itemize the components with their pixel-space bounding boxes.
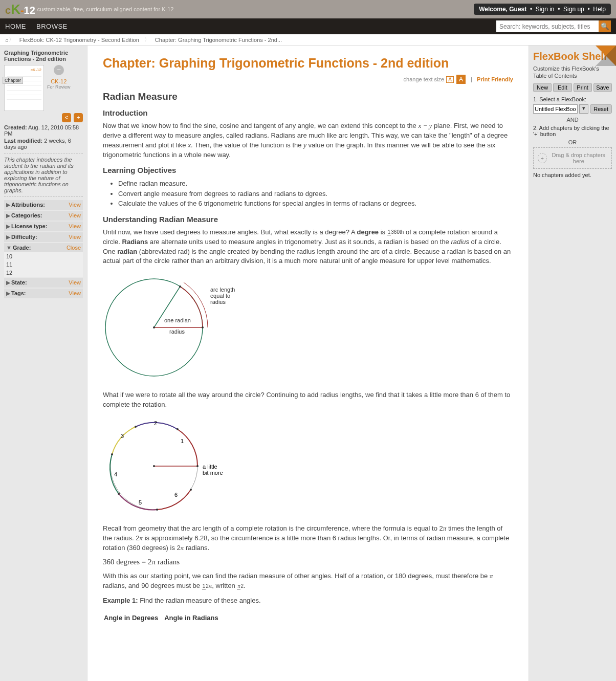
paragraph: Example 1: Find the radian measure of th… [103,596,513,606]
print-button[interactable]: Print [574,83,592,92]
figure-rotation: 1 2 3 4 5 6 a little bit more [103,415,513,519]
empty-message: No chapters added yet. [533,172,612,178]
license-row[interactable]: ▶License type:View [4,222,83,231]
right-sidebar: FlexBook Shelf Customize this FlexBook's… [529,46,616,681]
paragraph: With this as our starting point, we can … [103,572,513,591]
chapter-thumbnail[interactable]: cK-12 Chapter [4,65,44,111]
home-icon[interactable]: ⌂ [5,37,9,43]
logo[interactable]: cK-12 [5,2,35,17]
ck12-label: CK-12 [51,78,67,84]
objectives-list: Define radian measure. Convert angle mea… [118,179,513,209]
svg-point-14 [196,465,199,467]
section-heading: Radian Measure [103,91,513,102]
svg-text:arc length: arc length [210,287,235,293]
svg-text:2: 2 [154,420,157,426]
step-text: 2. Add chapters by clicking the '+' butt… [533,125,612,137]
new-button[interactable]: New [533,83,552,92]
svg-text:6: 6 [174,492,178,498]
signup-link[interactable]: Sign up [563,6,584,13]
svg-point-13 [153,465,155,467]
paragraph: Until now, we have used degrees to measu… [103,228,513,266]
breadcrumb: ⌂ 〉 FlexBook: CK-12 Trigonometry - Secon… [0,34,616,46]
svg-point-15 [177,428,179,430]
add-icon[interactable]: + [74,113,83,122]
plus-icon: + [538,153,547,163]
figure-radian: arc length equal to radius one radian ra… [103,271,513,385]
account-links: Welcome, Guest • Sign in • Sign up • Hel… [474,4,611,15]
svg-text:bit more: bit more [203,470,223,476]
svg-text:3: 3 [121,433,124,439]
chapter-label: Chapter [3,77,23,84]
page-curl-icon [596,46,616,66]
nav-browse[interactable]: BROWSE [36,23,68,30]
text-size-large[interactable]: A [456,75,466,84]
svg-point-4 [202,326,204,328]
svg-text:radius: radius [169,328,185,335]
tags-row[interactable]: ▶Tags:View [4,289,83,298]
welcome-text: Welcome, Guest [479,6,526,13]
svg-point-20 [190,489,192,491]
subheading: Understanding Radian Measure [103,215,513,224]
edit-button[interactable]: Edit [553,83,571,92]
search-button[interactable]: 🔍 [599,20,611,32]
review-label: For Review [47,84,71,90]
breadcrumb-item: Chapter: Graphing Trigonometric Function… [150,37,287,43]
svg-text:one radian: one radian [164,317,191,323]
svg-text:1: 1 [181,438,184,444]
grade-item[interactable]: 11 [4,260,83,269]
state-row[interactable]: ▶State:View [4,278,83,288]
left-sidebar: Graphing Trigonometric Functions - 2nd e… [0,46,87,681]
shelf-subtitle: Customize this FlexBook's Table of Conte… [533,65,612,80]
main-content: Chapter: Graphing Trigonometric Function… [87,46,529,681]
dropzone[interactable]: + Drag & drop chapters here [533,147,612,169]
print-link[interactable]: Print Friendly [477,76,513,82]
search-box: 🔍 [496,20,611,32]
navbar: HOME BROWSE 🔍 [0,18,616,34]
or-text: OR [533,139,612,145]
flexbook-select[interactable] [533,104,578,114]
chapter-title: Graphing Trigonometric Functions - 2nd e… [4,50,83,62]
subheading: Learning Objectives [103,166,513,174]
search-input[interactable] [496,20,599,32]
save-button[interactable]: Save [593,83,612,92]
remove-icon[interactable]: − [54,65,64,75]
nav-home[interactable]: HOME [5,23,26,30]
paragraph: Now that we know how to find the sine, c… [103,121,513,160]
text-size-small[interactable]: A [446,76,454,83]
and-text: AND [533,117,612,123]
paragraph: Recall from geometry that the arc length… [103,524,513,553]
topbar: cK-12 customizable, free, curriculum-ali… [0,0,616,18]
grade-row[interactable]: ▼Grade:Close [4,243,83,252]
breadcrumb-item[interactable]: FlexBook: CK-12 Trigonometry - Second Ed… [14,37,144,43]
svg-point-16 [135,426,137,428]
subheading: Introduction [103,108,513,117]
help-link[interactable]: Help [593,6,606,13]
dropdown-icon[interactable]: ▾ [579,104,588,114]
categories-row[interactable]: ▶Categories:View [4,211,83,221]
angle-table: Angle in DegreesAngle in Radians [103,611,225,625]
grade-item[interactable]: 10 [4,252,83,260]
attributions-row[interactable]: ▶Attributions:View [4,200,83,210]
svg-text:equal to: equal to [210,293,230,299]
paragraph: What if we were to rotate all the way ar… [103,390,513,410]
grade-item[interactable]: 12 [4,269,83,277]
chapter-description: This chapter introduces the student to t… [4,157,83,193]
svg-point-17 [111,453,113,455]
difficulty-row[interactable]: ▶Difficulty:View [4,232,83,242]
signin-link[interactable]: Sign in [536,6,555,13]
equation: 360 degrees = 2π radians [103,558,513,566]
svg-text:a little: a little [203,464,217,470]
svg-text:radius: radius [210,299,226,305]
reset-button[interactable]: Reset [590,104,612,114]
svg-point-3 [153,326,155,328]
text-size-controls: change text size A A | Print Friendly [103,75,513,84]
svg-point-19 [156,509,158,511]
page-title: Chapter: Graphing Trigonometric Function… [103,56,513,71]
tagline: customizable, free, curriculum-aligned c… [37,6,174,12]
svg-point-5 [179,285,181,288]
svg-text:5: 5 [139,499,142,506]
step-text: 1. Select a FlexBook: [533,96,612,102]
svg-text:4: 4 [114,471,117,477]
svg-point-18 [118,493,120,495]
share-icon[interactable]: < [62,113,71,122]
